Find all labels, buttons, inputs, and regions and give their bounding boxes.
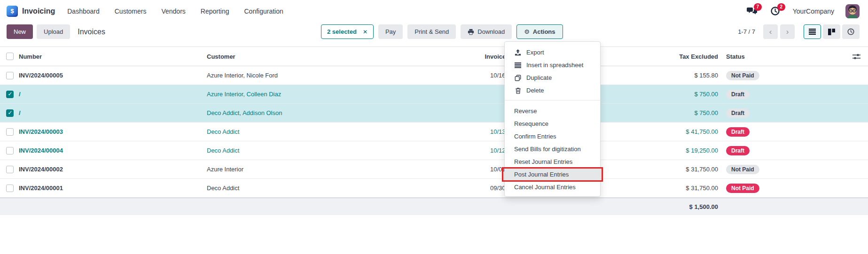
messages-count-badge: 7	[754, 3, 762, 11]
menu-item-label: Reverse	[514, 108, 537, 115]
table-footer-row: $ 1,500.00	[0, 198, 868, 215]
menu-item-duplicate[interactable]: Duplicate	[505, 71, 600, 84]
table-row[interactable]: INV/2024/00002 Azure Interior 10/01/2024…	[0, 160, 868, 179]
pager-previous-button[interactable]: ‹	[763, 24, 778, 39]
copy-icon	[514, 75, 522, 81]
activities-button[interactable]: 2	[769, 6, 782, 17]
kanban-view-button[interactable]	[823, 24, 840, 39]
menu-item-reset-journal-entries[interactable]: Reset Journal Entries	[505, 155, 600, 168]
table-row[interactable]: INV/2024/00003 Deco Addict 10/13/2024 $ …	[0, 123, 868, 141]
pay-button[interactable]: Pay	[378, 24, 403, 39]
breadcrumb-area: New Upload Invoices	[7, 24, 105, 39]
actions-label: Actions	[533, 28, 555, 35]
status-badge: Not Paid	[726, 71, 759, 80]
row-checkbox[interactable]	[6, 128, 14, 136]
actions-dropdown-menu: Export Duplicate Insert in spreadsheet D…	[504, 41, 601, 197]
trash-icon	[514, 87, 522, 94]
menu-item-export[interactable]: Export	[505, 46, 600, 59]
selection-actions: 2 selected ✕ Pay Print & Send Download ⚙…	[321, 24, 563, 39]
invoice-number: INV/2024/00001	[19, 185, 207, 192]
selection-counter[interactable]: 2 selected ✕	[321, 24, 374, 39]
menu-dashboard[interactable]: Dashboard	[67, 8, 100, 15]
menu-item-resequence[interactable]: Resequence	[505, 117, 600, 130]
invoice-customer: Deco Addict, Addison Olson	[207, 109, 465, 116]
table-row[interactable]: INV/2024/00004 Deco Addict 10/12/2024 $ …	[0, 141, 868, 160]
top-navbar: $ Invoicing Dashboard Customers Vendors …	[0, 0, 868, 22]
optional-columns-icon[interactable]	[852, 53, 860, 60]
menu-item-cancel-journal-entries[interactable]: Cancel Journal Entries	[505, 181, 600, 193]
invoice-amount: $ 31,750.00	[662, 166, 718, 173]
invoice-customer: Azure Interior, Colleen Diaz	[207, 91, 465, 98]
menu-item-label: Post Journal Entries	[514, 171, 569, 178]
row-checkbox[interactable]	[6, 72, 14, 79]
column-header-status[interactable]: Status	[726, 53, 820, 60]
menu-item-confirm-entries[interactable]: Confirm Entries	[505, 130, 600, 143]
print-send-button[interactable]: Print & Send	[407, 24, 456, 39]
download-button[interactable]: Download	[461, 24, 512, 39]
menu-item-label: Send Bills for digitization	[514, 146, 581, 153]
view-switcher	[804, 24, 860, 39]
activity-view-button[interactable]	[842, 24, 860, 39]
menu-item-label: Export	[526, 49, 544, 56]
menu-divider	[505, 100, 600, 100]
menu-item-label: Resequence	[514, 120, 548, 127]
menu-item-reverse[interactable]: Reverse	[505, 105, 600, 117]
table-row[interactable]: INV/2024/00005 Azure Interior, Nicole Fo…	[0, 66, 868, 85]
gear-icon: ⚙	[524, 29, 530, 35]
upload-icon	[514, 49, 522, 56]
invoicing-app-icon: $	[7, 6, 18, 17]
menu-item-post-journal-entries[interactable]: Post Journal Entries	[505, 168, 600, 181]
activities-count-badge: 2	[777, 3, 785, 11]
invoice-customer: Azure Interior, Nicole Ford	[207, 72, 465, 79]
menu-vendors[interactable]: Vendors	[161, 8, 185, 15]
status-badge: Not Paid	[726, 165, 759, 174]
spreadsheet-icon	[514, 62, 522, 68]
menu-item-send-bills-for-digitization[interactable]: Send Bills for digitization	[505, 143, 600, 155]
pager-and-views: 1-7 / 7 ‹ ›	[738, 24, 860, 39]
table-row[interactable]: / Deco Addict, Addison Olson $ 750.00 Dr…	[0, 104, 868, 123]
row-checkbox[interactable]	[6, 109, 14, 117]
selection-count-label: 2 selected	[327, 28, 357, 35]
menu-item-delete[interactable]: Delete	[505, 84, 600, 97]
invoice-number: INV/2024/00002	[19, 166, 207, 173]
row-checkbox[interactable]	[6, 166, 14, 173]
actions-button[interactable]: ⚙ Actions	[516, 24, 563, 39]
row-checkbox[interactable]	[6, 147, 14, 154]
invoice-amount: $ 31,750.00	[662, 185, 718, 192]
invoice-number: /	[19, 109, 207, 116]
tax-excluded-total: $ 1,500.00	[662, 203, 718, 210]
status-badge: Draft	[726, 108, 750, 118]
menu-item-insert-in-spreadsheet[interactable]: Duplicate Insert in spreadsheet	[505, 59, 600, 71]
table-row[interactable]: / Azure Interior, Colleen Diaz $ 750.00 …	[0, 85, 868, 104]
row-checkbox[interactable]	[6, 91, 14, 98]
column-header-customer[interactable]: Customer	[207, 53, 465, 60]
column-header-number[interactable]: Number	[19, 53, 207, 60]
app-switcher[interactable]: $ Invoicing	[7, 6, 55, 17]
menu-item-label: Confirm Entries	[514, 133, 556, 140]
invoice-amount: $ 750.00	[662, 109, 718, 116]
upload-button[interactable]: Upload	[37, 24, 70, 39]
invoice-customer: Deco Addict	[207, 147, 465, 154]
dollar-glyph: $	[10, 8, 14, 15]
column-header-tax-excluded[interactable]: Tax Excluded	[662, 53, 718, 60]
status-badge: Draft	[726, 90, 750, 99]
company-switcher[interactable]: YourCompany	[793, 8, 834, 15]
pager-next-button[interactable]: ›	[780, 24, 795, 39]
menu-customers[interactable]: Customers	[115, 8, 147, 15]
messages-button[interactable]: 7	[746, 6, 758, 17]
clear-selection-icon[interactable]: ✕	[363, 29, 368, 35]
user-avatar[interactable]	[845, 4, 860, 18]
status-badge: Draft	[726, 146, 750, 155]
menu-reporting[interactable]: Reporting	[201, 8, 229, 15]
new-button[interactable]: New	[7, 24, 33, 39]
status-badge: Not Paid	[726, 184, 759, 193]
row-checkbox[interactable]	[6, 185, 14, 192]
table-row[interactable]: INV/2024/00001 Deco Addict 09/30/2024 $ …	[0, 179, 868, 198]
list-view-button[interactable]	[804, 24, 821, 39]
menu-item-label: Reset Journal Entries	[514, 158, 572, 165]
menu-configuration[interactable]: Configuration	[244, 8, 283, 15]
invoice-number: /	[19, 91, 207, 98]
select-all-checkbox[interactable]	[6, 53, 14, 60]
menu-item-label: Cancel Journal Entries	[514, 184, 576, 191]
printer-icon	[468, 29, 474, 35]
